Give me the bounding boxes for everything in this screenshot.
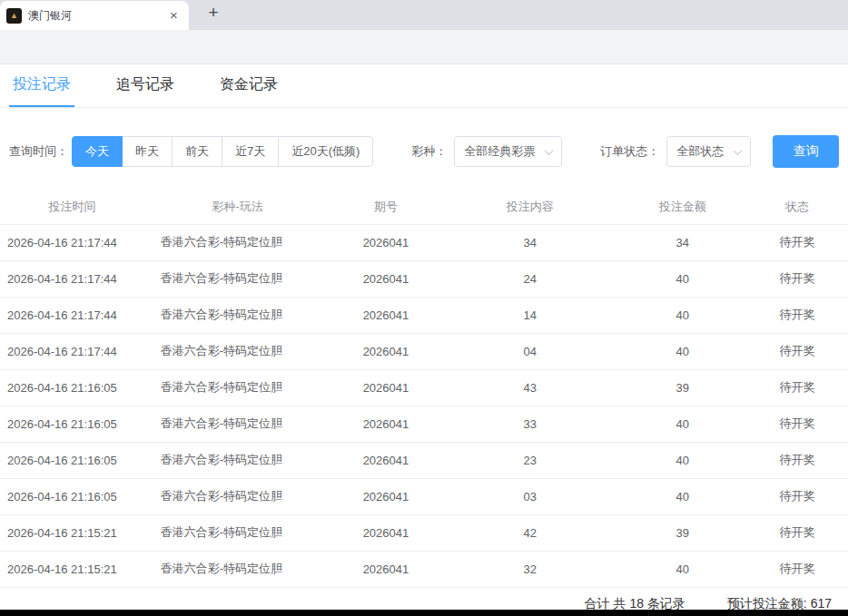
table-cell: 待开奖	[746, 260, 848, 297]
table-cell: 2026-04-16 21:16:05	[0, 369, 144, 406]
browser-tab[interactable]: ▲ 澳门银河 ×	[0, 1, 189, 30]
table-cell: 2026-04-16 21:17:44	[0, 297, 144, 333]
time-filter-today[interactable]: 今天	[72, 136, 123, 167]
bet-table-body: 2026-04-16 21:17:44香港六合彩-特码定位胆2026041343…	[0, 224, 848, 587]
browser-tabstrip: ▲ 澳门银河 × +	[0, 0, 848, 30]
tab-chase-records[interactable]: 追号记录	[113, 64, 178, 107]
table-cell: 待开奖	[746, 442, 848, 478]
table-cell: 2026-04-16 21:15:21	[0, 551, 144, 587]
table-cell: 香港六合彩-特码定位胆	[144, 551, 330, 587]
time-filter-label: 查询时间：	[9, 143, 68, 160]
table-cell: 33	[441, 406, 619, 442]
chevron-down-icon	[734, 146, 743, 155]
bottom-bar	[0, 610, 848, 616]
browser-tab-title: 澳门银河	[28, 8, 160, 24]
time-filter-20days[interactable]: 近20天(低频)	[278, 136, 373, 167]
header-status: 状态	[746, 190, 848, 224]
table-cell: 2026041	[330, 369, 440, 406]
time-filter-group: 今天 昨天 前天 近7天 近20天(低频)	[72, 136, 373, 167]
table-cell: 40	[619, 551, 746, 587]
tab-bet-records[interactable]: 投注记录	[9, 64, 74, 107]
tab-fund-records[interactable]: 资金记录	[216, 64, 281, 107]
bet-records-table: 投注时间 彩种-玩法 期号 投注内容 投注金额 状态 2026-04-16 21…	[0, 190, 848, 588]
table-cell: 2026-04-16 21:17:44	[0, 224, 144, 260]
table-cell: 2026-04-16 21:16:05	[0, 406, 144, 442]
table-row: 2026-04-16 21:15:21香港六合彩-特码定位胆2026041324…	[0, 551, 848, 587]
table-cell: 待开奖	[746, 406, 848, 442]
table-cell: 待开奖	[746, 297, 848, 333]
table-row: 2026-04-16 21:17:44香港六合彩-特码定位胆2026041044…	[0, 333, 848, 369]
table-cell: 待开奖	[746, 478, 848, 514]
page-tabs: 投注记录 追号记录 资金记录	[0, 64, 848, 108]
table-row: 2026-04-16 21:16:05香港六合彩-特码定位胆2026041234…	[0, 442, 848, 478]
table-row: 2026-04-16 21:17:44香港六合彩-特码定位胆2026041343…	[0, 224, 848, 260]
table-row: 2026-04-16 21:16:05香港六合彩-特码定位胆2026041334…	[0, 406, 848, 442]
lottery-select[interactable]: 全部经典彩票	[454, 136, 562, 167]
table-cell: 40	[619, 442, 746, 478]
table-cell: 2026-04-16 21:15:21	[0, 514, 144, 551]
table-cell: 2026041	[330, 333, 440, 369]
table-cell: 24	[441, 260, 619, 297]
table-cell: 香港六合彩-特码定位胆	[144, 224, 330, 260]
table-cell: 香港六合彩-特码定位胆	[144, 369, 330, 406]
site-favicon-icon: ▲	[6, 8, 22, 24]
table-cell: 2026041	[330, 514, 440, 551]
table-cell: 香港六合彩-特码定位胆	[144, 406, 330, 442]
table-cell: 23	[441, 442, 619, 478]
chevron-down-icon	[545, 146, 554, 155]
table-cell: 待开奖	[746, 333, 848, 369]
header-issue-number: 期号	[330, 190, 440, 224]
table-cell: 2026041	[330, 260, 440, 297]
time-filter-day-before[interactable]: 前天	[172, 136, 222, 167]
table-cell: 34	[441, 224, 619, 260]
table-cell: 2026041	[330, 297, 440, 333]
filter-bar: 查询时间： 今天 昨天 前天 近7天 近20天(低频) 彩种： 全部经典彩票 订…	[0, 108, 848, 190]
table-cell: 03	[441, 478, 619, 514]
table-cell: 待开奖	[746, 514, 848, 551]
table-cell: 2026-04-16 21:17:44	[0, 333, 144, 369]
table-cell: 待开奖	[746, 551, 848, 587]
order-status-select[interactable]: 全部状态	[666, 136, 751, 167]
table-cell: 香港六合彩-特码定位胆	[144, 333, 330, 369]
table-cell: 待开奖	[746, 224, 848, 260]
header-bet-time: 投注时间	[0, 190, 144, 224]
table-cell: 香港六合彩-特码定位胆	[144, 514, 330, 551]
table-cell: 2026041	[330, 442, 440, 478]
table-cell: 04	[441, 333, 619, 369]
order-status-label: 订单状态：	[600, 143, 659, 160]
new-tab-button[interactable]: +	[202, 2, 225, 25]
table-cell: 香港六合彩-特码定位胆	[144, 478, 330, 514]
table-cell: 39	[619, 514, 746, 551]
table-cell: 香港六合彩-特码定位胆	[144, 442, 330, 478]
query-button[interactable]: 查询	[773, 135, 839, 168]
table-row: 2026-04-16 21:17:44香港六合彩-特码定位胆2026041244…	[0, 260, 848, 297]
header-bet-content: 投注内容	[441, 190, 619, 224]
table-cell: 香港六合彩-特码定位胆	[144, 297, 330, 333]
table-cell: 39	[619, 369, 746, 406]
table-cell: 2026-04-16 21:16:05	[0, 442, 144, 478]
time-filter-yesterday[interactable]: 昨天	[122, 136, 173, 167]
table-cell: 2026041	[330, 224, 440, 260]
table-cell: 40	[619, 297, 746, 333]
table-cell: 40	[619, 478, 746, 514]
table-cell: 2026041	[330, 551, 440, 587]
table-row: 2026-04-16 21:16:05香港六合彩-特码定位胆2026041433…	[0, 369, 848, 406]
header-lottery-play: 彩种-玩法	[144, 190, 330, 224]
table-cell: 34	[619, 224, 746, 260]
lottery-filter-label: 彩种：	[411, 143, 447, 160]
table-cell: 40	[619, 333, 746, 369]
table-cell: 2026041	[330, 478, 440, 514]
time-filter-7days[interactable]: 近7天	[222, 136, 279, 167]
table-cell: 14	[441, 297, 619, 333]
table-row: 2026-04-16 21:16:05香港六合彩-特码定位胆2026041034…	[0, 478, 848, 514]
browser-toolbar	[0, 30, 848, 64]
table-row: 2026-04-16 21:15:21香港六合彩-特码定位胆2026041423…	[0, 514, 848, 551]
table-cell: 42	[441, 514, 619, 551]
table-cell: 2026-04-16 21:17:44	[0, 260, 144, 297]
tab-close-icon[interactable]: ×	[166, 8, 182, 24]
table-cell: 待开奖	[746, 369, 848, 406]
table-cell: 2026-04-16 21:16:05	[0, 478, 144, 514]
table-cell: 2026041	[330, 406, 440, 442]
order-status-value: 全部状态	[676, 143, 724, 160]
table-cell: 香港六合彩-特码定位胆	[144, 260, 330, 297]
